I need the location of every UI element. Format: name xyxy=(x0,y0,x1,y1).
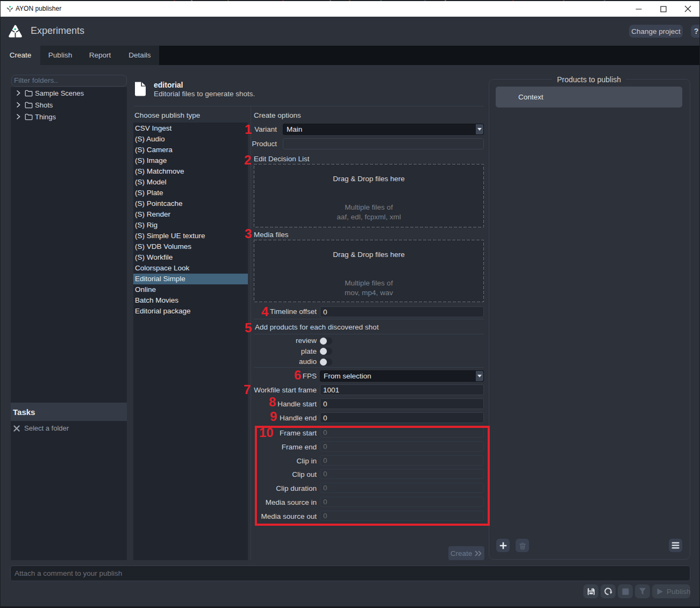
close-button[interactable] xyxy=(676,1,700,17)
workfile-start-input[interactable]: 1001 xyxy=(320,384,484,395)
variant-combobox[interactable]: Main xyxy=(283,124,484,135)
publish-type-item[interactable]: (S) Pointcache xyxy=(133,198,248,209)
expand-chevron-icon[interactable] xyxy=(14,113,23,120)
separator xyxy=(254,319,484,319)
save-button[interactable] xyxy=(583,584,598,598)
publish-type-item[interactable]: (S) Rig xyxy=(133,220,248,231)
separator xyxy=(254,334,484,334)
expand-chevron-icon[interactable] xyxy=(14,102,23,108)
annotation-3: 3 xyxy=(245,227,252,240)
add-product-button[interactable] xyxy=(496,539,510,552)
timeline-offset-input[interactable]: 0 xyxy=(320,306,484,317)
create-button-label: Create xyxy=(451,549,473,557)
chevron-down-icon xyxy=(477,128,482,131)
folder-tree-items: Sample Scenes Shots Things xyxy=(11,87,127,123)
timeline-offset-value: 0 xyxy=(323,307,327,317)
publish-type-item[interactable]: (S) Simple UE texture xyxy=(133,231,248,241)
folder-icon xyxy=(23,102,34,109)
folder-tree-item[interactable]: Shots xyxy=(11,99,127,111)
fps-label: FPS xyxy=(236,372,317,380)
publish-type-item[interactable]: (S) Model xyxy=(133,177,248,188)
folder-label: Sample Scenes xyxy=(35,89,84,97)
handle-start-value: 0 xyxy=(323,399,327,409)
publish-type-item[interactable]: (S) VDB Volumes xyxy=(133,241,248,252)
hamburger-menu-icon xyxy=(672,542,680,549)
toggle-switch[interactable] xyxy=(320,348,332,355)
publish-type-item[interactable]: Online xyxy=(133,284,248,295)
annotation-7: 7 xyxy=(244,383,251,396)
publish-type-item[interactable]: Batch Movies xyxy=(133,295,248,306)
timeline-offset-label: Timeline offset xyxy=(236,307,317,316)
publish-type-item[interactable]: (S) Plate xyxy=(133,188,248,198)
toggle-knob xyxy=(320,359,327,366)
toggle-knob xyxy=(320,348,327,355)
file-icon xyxy=(134,82,146,96)
folder-tree-item[interactable]: Sample Scenes xyxy=(11,87,127,99)
media-files-label: Media files xyxy=(254,231,289,239)
publish-type-items: CSV Ingest(S) Audio(S) Camera(S) Image(S… xyxy=(133,123,248,317)
publish-button[interactable]: Publish xyxy=(652,584,690,598)
toggle-label: review xyxy=(236,337,317,345)
fps-combobox[interactable]: From selection xyxy=(320,370,484,382)
publish-button-label: Publish xyxy=(667,588,690,596)
context-card[interactable]: Context xyxy=(496,87,682,108)
app-header: Experiments Change project ? xyxy=(1,17,700,46)
annotation-4: 4 xyxy=(261,305,268,318)
fps-combo-button[interactable] xyxy=(476,371,483,381)
tab-details[interactable]: Details xyxy=(120,46,160,65)
filter-folders-input[interactable]: Filter folders.. xyxy=(11,75,127,87)
toggle-switch[interactable] xyxy=(320,338,332,345)
annotation-9: 9 xyxy=(270,410,277,423)
change-project-button[interactable]: Change project xyxy=(629,25,683,38)
publish-type-item[interactable]: (S) Matchmove xyxy=(133,166,248,177)
comment-placeholder: Attach a comment to your publish xyxy=(15,569,122,577)
tab-report[interactable]: Report xyxy=(80,46,120,65)
publish-type-item[interactable]: Colorspace Look xyxy=(133,263,248,274)
publish-type-item[interactable]: (S) Render xyxy=(133,209,248,220)
ayon-logo xyxy=(9,25,22,38)
publish-type-list-title: Choose publish type xyxy=(134,111,200,119)
handle-start-input[interactable]: 0 xyxy=(320,398,484,409)
edl-dropzone[interactable]: Drag & Drop files here Multiple files of… xyxy=(254,164,484,227)
product-input[interactable] xyxy=(283,138,484,149)
products-menu-button[interactable] xyxy=(669,539,682,552)
filter-funnel-icon xyxy=(639,588,646,595)
folder-label: Shots xyxy=(35,101,53,109)
comment-input[interactable]: Attach a comment to your publish xyxy=(10,566,690,581)
variant-value: Main xyxy=(287,124,302,134)
tab-create[interactable]: Create xyxy=(1,46,40,65)
handle-end-input[interactable]: 0 xyxy=(320,412,484,423)
folder-tree-item[interactable]: Things xyxy=(11,111,127,123)
stop-icon xyxy=(622,588,629,595)
stop-button[interactable] xyxy=(618,584,633,598)
delete-product-button[interactable] xyxy=(516,539,529,552)
annotation-6: 6 xyxy=(294,369,301,382)
toggle-switch[interactable] xyxy=(320,359,332,366)
refresh-icon xyxy=(603,586,613,596)
annotation-2: 2 xyxy=(244,154,251,167)
help-button[interactable]: ? xyxy=(691,25,700,38)
fps-value: From selection xyxy=(324,371,372,381)
publish-type-item[interactable]: (S) Workfile xyxy=(133,252,248,263)
folder-label: Things xyxy=(35,113,56,121)
expand-chevron-icon[interactable] xyxy=(14,90,23,96)
filter-button[interactable] xyxy=(635,584,650,598)
tab-publish[interactable]: Publish xyxy=(40,46,80,65)
save-icon xyxy=(587,587,596,596)
minimize-button[interactable] xyxy=(626,1,651,17)
ayon-publisher-window: AYON publisher Experiments Change projec… xyxy=(0,0,700,608)
tab-bar: Create Publish Report Details xyxy=(1,46,700,65)
create-button[interactable]: Create xyxy=(448,546,484,560)
publish-type-item[interactable]: (S) Image xyxy=(133,155,248,166)
refresh-button[interactable] xyxy=(601,584,616,598)
handle-end-value: 0 xyxy=(323,413,327,423)
publish-type-item[interactable]: Editorial Simple xyxy=(133,274,248,284)
media-dropzone[interactable]: Drag & Drop files here Multiple files of… xyxy=(254,240,484,302)
window-title: AYON publisher xyxy=(16,1,61,17)
maximize-icon xyxy=(660,6,667,12)
publish-type-item[interactable]: Editorial package xyxy=(133,306,248,317)
variant-combo-button[interactable] xyxy=(476,124,483,134)
tasks-header: Tasks xyxy=(11,403,127,421)
titlebar[interactable]: AYON publisher xyxy=(1,1,700,17)
maximize-button[interactable] xyxy=(651,1,675,17)
